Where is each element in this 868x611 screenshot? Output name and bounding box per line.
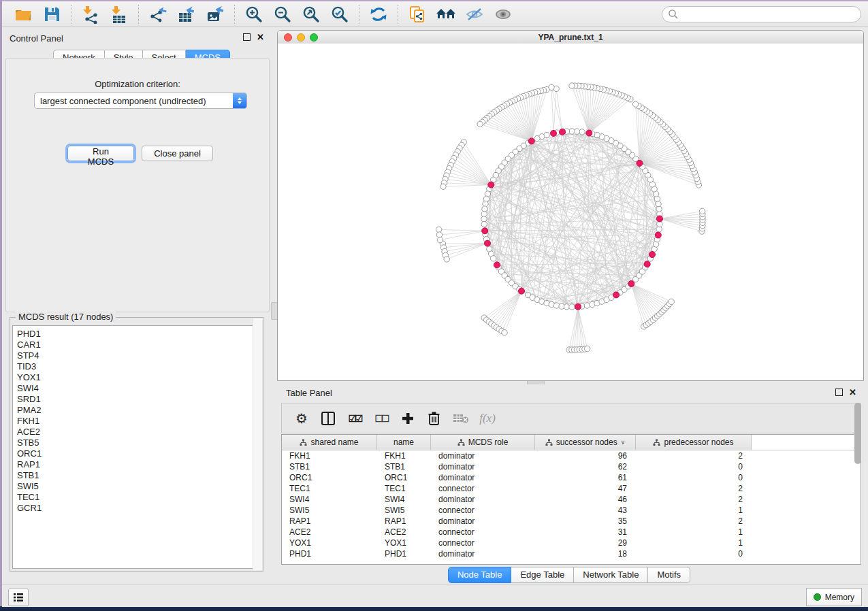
save-icon[interactable] bbox=[42, 4, 62, 24]
memory-button[interactable]: Memory bbox=[806, 588, 862, 606]
leaf-node[interactable] bbox=[444, 257, 449, 262]
mcds-result-item[interactable]: SRD1 bbox=[17, 394, 260, 405]
mcds-result-item[interactable]: STB1 bbox=[17, 470, 260, 481]
zoom-selected-icon[interactable] bbox=[329, 4, 350, 24]
table-tab-network-table[interactable]: Network Table bbox=[574, 567, 648, 583]
float-panel-icon[interactable] bbox=[835, 389, 843, 396]
mcds-hub-node[interactable] bbox=[485, 240, 491, 246]
mcds-result-item[interactable]: FKH1 bbox=[17, 416, 260, 427]
delete-table-icon[interactable] bbox=[451, 410, 471, 427]
mcds-hub-node[interactable] bbox=[519, 288, 525, 294]
first-neighbors-icon[interactable] bbox=[436, 4, 456, 24]
mcds-result-item[interactable]: PHD1 bbox=[17, 329, 260, 340]
leaf-node[interactable] bbox=[569, 83, 575, 88]
leaf-node[interactable] bbox=[632, 101, 638, 107]
mcds-result-item[interactable]: RAP1 bbox=[17, 459, 260, 470]
table-row[interactable]: RAP1RAP1dominator352 bbox=[282, 516, 861, 527]
float-panel-icon[interactable] bbox=[243, 33, 251, 41]
import-network-icon[interactable] bbox=[80, 4, 101, 24]
leaf-node[interactable] bbox=[549, 84, 554, 90]
import-table-icon[interactable] bbox=[109, 4, 129, 24]
mcds-result-item[interactable]: ACE2 bbox=[17, 427, 260, 437]
mcds-result-item[interactable]: SWI5 bbox=[17, 481, 260, 492]
table-row[interactable]: ACE2ACE2connector311 bbox=[282, 527, 861, 538]
leaf-node[interactable] bbox=[502, 330, 507, 335]
export-image-icon[interactable] bbox=[205, 4, 225, 24]
mcds-result-item[interactable]: CAR1 bbox=[17, 340, 260, 350]
leaf-node[interactable] bbox=[669, 299, 674, 304]
table-tab-motifs[interactable]: Motifs bbox=[648, 567, 690, 583]
network-node[interactable] bbox=[481, 221, 487, 227]
table-row[interactable]: SWI4SWI4dominator462 bbox=[282, 494, 861, 505]
close-panel-icon[interactable]: ✕ bbox=[849, 389, 856, 395]
leaf-node[interactable] bbox=[436, 232, 442, 237]
optimization-criterion-select[interactable]: largest connected component (undirected) bbox=[34, 93, 247, 109]
table-row[interactable]: SWI5SWI5connector431 bbox=[282, 505, 861, 516]
copy-network-icon[interactable] bbox=[407, 4, 428, 24]
delete-icon[interactable] bbox=[424, 410, 445, 427]
table-row[interactable]: PHD1PHD1dominator180 bbox=[282, 548, 861, 559]
mcds-hub-node[interactable] bbox=[488, 182, 494, 188]
mcds-hub-node[interactable] bbox=[494, 262, 500, 268]
add-icon[interactable] bbox=[398, 410, 418, 427]
mcds-hub-node[interactable] bbox=[649, 252, 656, 258]
mcds-hub-node[interactable] bbox=[657, 216, 663, 222]
close-panel-button[interactable]: Close panel bbox=[142, 146, 213, 161]
zoom-in-icon[interactable] bbox=[244, 4, 264, 24]
leaf-node[interactable] bbox=[436, 227, 441, 232]
mcds-hub-node[interactable] bbox=[482, 228, 488, 234]
mcds-result-item[interactable]: SWI4 bbox=[17, 383, 260, 394]
zoom-fit-icon[interactable] bbox=[301, 4, 321, 24]
column-header-MCDS-role[interactable]: MCDS role bbox=[431, 435, 535, 450]
select-all-icon[interactable]: ☑☑ bbox=[344, 410, 365, 427]
column-header-shared-name[interactable]: shared name bbox=[282, 435, 377, 450]
hide-selected-icon[interactable] bbox=[464, 4, 485, 24]
table-row[interactable]: ORC1ORC1dominator610 bbox=[282, 472, 861, 483]
leaf-node[interactable] bbox=[699, 208, 705, 214]
table-scrollbar[interactable] bbox=[854, 403, 861, 464]
refresh-icon[interactable] bbox=[368, 4, 389, 24]
table-row[interactable]: YOX1YOX1connector291 bbox=[282, 538, 861, 548]
column-header-successor-nodes[interactable]: successor nodes∨ bbox=[535, 435, 636, 450]
search-box[interactable] bbox=[662, 6, 861, 22]
leaf-node[interactable] bbox=[437, 237, 443, 243]
mcds-hub-node[interactable] bbox=[528, 138, 534, 144]
mcds-hub-node[interactable] bbox=[613, 292, 620, 298]
search-input[interactable] bbox=[679, 9, 861, 20]
network-node[interactable] bbox=[657, 221, 662, 227]
mcds-hub-node[interactable] bbox=[637, 160, 643, 166]
zoom-out-icon[interactable] bbox=[272, 4, 293, 24]
mcds-result-item[interactable]: TID3 bbox=[17, 361, 260, 372]
open-icon[interactable] bbox=[13, 4, 33, 24]
column-header-predecessor-nodes[interactable]: predecessor nodes bbox=[636, 435, 752, 450]
network-node[interactable] bbox=[569, 304, 575, 310]
columns-icon[interactable] bbox=[318, 410, 338, 427]
leaf-node[interactable] bbox=[440, 184, 446, 189]
network-node[interactable] bbox=[491, 256, 496, 261]
show-all-icon[interactable] bbox=[493, 4, 513, 24]
mcds-hub-node[interactable] bbox=[551, 130, 557, 136]
mcds-hub-node[interactable] bbox=[586, 130, 592, 136]
result-list-scrollbar[interactable] bbox=[253, 318, 262, 570]
export-table-icon[interactable] bbox=[176, 4, 197, 24]
run-mcds-button[interactable]: Run MCDS bbox=[67, 146, 134, 161]
leaf-node[interactable] bbox=[585, 346, 590, 351]
mcds-result-item[interactable]: TEC1 bbox=[17, 492, 260, 503]
table-row[interactable]: FKH1FKH1dominator962 bbox=[282, 450, 861, 461]
leaf-node[interactable] bbox=[477, 121, 483, 127]
mcds-result-item[interactable]: STP4 bbox=[17, 350, 260, 361]
table-row[interactable]: TEC1TEC1connector472 bbox=[282, 483, 861, 494]
mcds-hub-node[interactable] bbox=[628, 281, 634, 287]
column-menu-arrow-icon[interactable]: ∨ bbox=[621, 439, 626, 446]
mcds-hub-node[interactable] bbox=[655, 232, 661, 238]
close-panel-icon[interactable]: ✕ bbox=[257, 34, 264, 40]
table-tab-node-table[interactable]: Node Table bbox=[448, 567, 512, 583]
network-canvas[interactable] bbox=[278, 44, 863, 380]
mcds-result-item[interactable]: PMA2 bbox=[17, 405, 260, 416]
column-header-name[interactable]: name bbox=[377, 435, 431, 450]
task-history-button[interactable] bbox=[8, 589, 29, 606]
deselect-all-icon[interactable]: ☐☐ bbox=[371, 410, 391, 427]
mcds-hub-node[interactable] bbox=[575, 303, 581, 310]
export-network-icon[interactable] bbox=[148, 4, 168, 24]
mcds-hub-node[interactable] bbox=[644, 261, 650, 267]
